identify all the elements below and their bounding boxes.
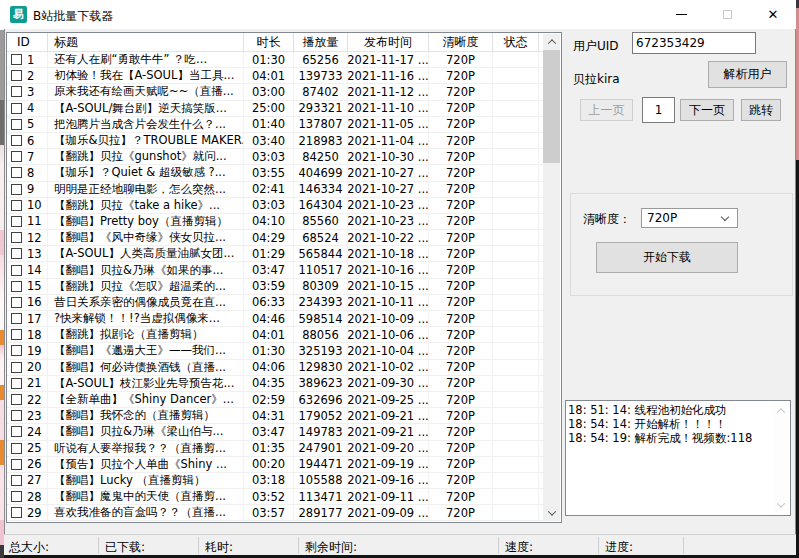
table-row[interactable]: 15【翻跳】贝拉《怎叹》超温柔的...03:59803092021-10-15 …	[7, 279, 544, 295]
row-checkbox[interactable]	[11, 378, 22, 389]
cell-date: 2021-11-05 ...	[348, 117, 429, 132]
table-row[interactable]: 11【翻唱】Pretty boy（直播剪辑）04:10855602021-10-…	[7, 214, 544, 230]
row-checkbox[interactable]	[11, 426, 22, 437]
table-row[interactable]: 9明明是正经地聊电影，怎么突然...02:411463342021-10-27 …	[7, 182, 544, 198]
titlebar[interactable]: 易 B站批量下载器 ✕	[4, 0, 796, 29]
column-header-title[interactable]: 标题	[48, 33, 244, 51]
row-checkbox[interactable]	[11, 329, 22, 340]
row-id: 2	[27, 69, 34, 83]
table-row[interactable]: 6【珈乐&贝拉】？TROUBLE MAKER...03:402189832021…	[7, 133, 544, 149]
table-row[interactable]: 17?快来解锁！！!?当虚拟偶像来...04:465985142021-10-0…	[7, 311, 544, 327]
table-row[interactable]: 4【A-SOUL/舞台剧】逆天搞笑版...25:002933212021-11-…	[7, 101, 544, 117]
row-checkbox[interactable]	[11, 410, 22, 421]
table-row[interactable]: 8【珈乐】？Quiet & 超级敏感 ?...03:554046992021-1…	[7, 165, 544, 181]
start-download-button[interactable]: 开始下载	[596, 242, 738, 273]
table-row[interactable]: 28【翻唱】魔鬼中的天使（直播剪...03:521134712021-09-11…	[7, 489, 544, 505]
row-checkbox[interactable]	[11, 70, 22, 81]
scrollbar-thumb[interactable]	[543, 50, 560, 163]
row-checkbox[interactable]	[11, 297, 22, 308]
table-row[interactable]: 27【翻唱】Lucky （直播剪辑）03:181055882021-09-16 …	[7, 473, 544, 489]
cell-title: 原来我还有绘画天赋呢~~（直播...	[48, 84, 244, 99]
row-checkbox[interactable]	[11, 507, 22, 518]
row-checkbox[interactable]	[11, 119, 22, 130]
log-scroll-up-icon[interactable]	[773, 404, 789, 418]
table-row[interactable]: 19【翻唱】《邋遢大王》——我们...01:303251932021-10-04…	[7, 343, 544, 359]
column-header-duration[interactable]: 时长	[244, 33, 294, 51]
column-header-id[interactable]: ID	[7, 33, 48, 51]
quality-select[interactable]: 720P	[641, 208, 738, 228]
row-checkbox[interactable]	[11, 345, 22, 356]
table-row[interactable]: 23【翻唱】我怀念的（直播剪辑）04:311790522021-09-21 ..…	[7, 408, 544, 424]
table-scrollbar[interactable]	[543, 34, 560, 521]
table-row[interactable]: 20【翻唱】何必诗债换酒钱（直播...04:061298302021-10-02…	[7, 360, 544, 376]
row-checkbox[interactable]	[11, 216, 22, 227]
table-row[interactable]: 1还有人在刷“勇敢牛牛” ？吃...01:30652562021-11-17 .…	[7, 52, 544, 68]
table-row[interactable]: 14【翻唱】贝拉&乃琳《如果的事...03:471105172021-10-16…	[7, 262, 544, 278]
cell-plays: 293321	[294, 101, 348, 116]
row-checkbox[interactable]	[11, 313, 22, 324]
table-row[interactable]: 7【翻跳】贝拉《gunshot》就问...03:03842502021-10-3…	[7, 149, 544, 165]
table-row[interactable]: 25听说有人要举报我？？（直播剪...01:352479012021-09-20…	[7, 441, 544, 457]
row-checkbox[interactable]	[11, 491, 22, 502]
scroll-up-icon[interactable]	[543, 34, 560, 50]
table-row[interactable]: 16昔日关系亲密的偶像成员竟在直...06:332343932021-10-11…	[7, 295, 544, 311]
column-header-plays[interactable]: 播放量	[294, 33, 348, 51]
table-row[interactable]: 13【A-SOUL】人类高质量油腻女团...01:295658442021-10…	[7, 246, 544, 262]
next-page-button[interactable]: 下一页	[680, 99, 734, 121]
row-id: 12	[27, 231, 42, 245]
row-checkbox[interactable]	[11, 184, 22, 195]
table-row[interactable]: 12【翻唱】《风中奇缘》侠女贝拉...04:29685242021-10-22 …	[7, 230, 544, 246]
table-row[interactable]: 22【全新单曲】《Shiny Dancer》...02:596326962021…	[7, 392, 544, 408]
row-checkbox[interactable]	[11, 475, 22, 486]
parse-user-button[interactable]: 解析用户	[708, 61, 787, 88]
cell-title: 【珈乐】？Quiet & 超级敏感 ?...	[48, 165, 244, 180]
column-header-quality[interactable]: 清晰度	[429, 33, 493, 51]
cell-quality: 720P	[429, 68, 493, 83]
cell-date: 2021-10-27 ...	[348, 165, 429, 180]
table-row[interactable]: 29喜欢我准备的盲盒吗？？（直播...03:572891772021-09-09…	[7, 505, 544, 521]
row-checkbox[interactable]	[11, 265, 22, 276]
row-checkbox[interactable]	[11, 200, 22, 211]
cell-quality: 720P	[429, 408, 493, 423]
prev-page-button[interactable]: 上一页	[580, 99, 633, 121]
row-checkbox[interactable]	[11, 86, 22, 97]
column-header-date[interactable]: 发布时间	[348, 33, 429, 51]
jump-page-button[interactable]: 跳转	[741, 99, 781, 121]
cell-plays: 68524	[294, 230, 348, 245]
row-id: 7	[27, 150, 34, 164]
table-row[interactable]: 5把泡腾片当成含片会发生什么？...01:401378072021-11-05 …	[7, 117, 544, 133]
table-row[interactable]: 10【翻跳】贝拉《take a hike》...03:031643042021-…	[7, 198, 544, 214]
row-checkbox[interactable]	[11, 54, 22, 65]
row-checkbox[interactable]	[11, 362, 22, 373]
log-scrollbar[interactable]	[773, 402, 789, 514]
row-checkbox[interactable]	[11, 443, 22, 454]
log-scroll-down-icon[interactable]	[773, 498, 789, 512]
log-box[interactable]: 18: 51: 14: 线程池初始化成功 18: 54: 14: 开始解析！！！…	[565, 400, 791, 516]
row-checkbox[interactable]	[11, 248, 22, 259]
status-divider	[298, 537, 299, 554]
row-checkbox[interactable]	[11, 151, 22, 162]
status-divider	[683, 537, 684, 554]
row-checkbox[interactable]	[11, 167, 22, 178]
row-id: 3	[27, 85, 34, 99]
table-row[interactable]: 24【翻唱】贝拉&乃琳《梁山伯与...03:471497832021-09-21…	[7, 424, 544, 440]
column-header-status[interactable]: 状态	[493, 33, 539, 51]
cell-date: 2021-09-21 ...	[348, 408, 429, 423]
uid-input[interactable]	[632, 32, 756, 54]
row-checkbox[interactable]	[11, 232, 22, 243]
table-row[interactable]: 26【预告】贝拉个人单曲《Shiny ...00:201944712021-09…	[7, 457, 544, 473]
cell-id: 26	[7, 457, 48, 472]
row-checkbox[interactable]	[11, 281, 22, 292]
table-row[interactable]: 3原来我还有绘画天赋呢~~（直播...03:00874022021-11-12 …	[7, 84, 544, 100]
close-button[interactable]: ✕	[750, 0, 796, 29]
scroll-down-icon[interactable]	[543, 505, 560, 521]
minimize-button[interactable]	[658, 0, 704, 29]
row-checkbox[interactable]	[11, 394, 22, 405]
row-checkbox[interactable]	[11, 103, 22, 114]
row-checkbox[interactable]	[11, 135, 22, 146]
table-row[interactable]: 21【A-SOUL】枝江影业先导预告花...04:353896232021-09…	[7, 376, 544, 392]
page-number-input[interactable]	[642, 97, 675, 123]
row-checkbox[interactable]	[11, 459, 22, 470]
table-row[interactable]: 2初体验！我在【A-SOUL】当工具...04:011397332021-11-…	[7, 68, 544, 84]
table-row[interactable]: 18【翻跳】拟剧论（直播剪辑）04:01880562021-10-06 ...7…	[7, 327, 544, 343]
